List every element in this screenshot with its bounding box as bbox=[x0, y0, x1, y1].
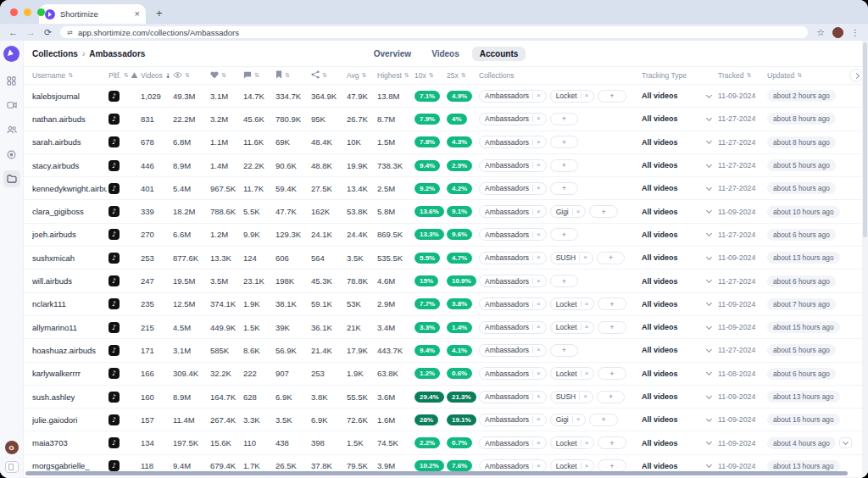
close-tab-icon[interactable]: × bbox=[135, 9, 140, 19]
sidebar-item-collections[interactable] bbox=[3, 170, 20, 187]
add-collection-button[interactable]: + bbox=[550, 159, 578, 172]
username-link[interactable]: julie.gaiodori bbox=[32, 415, 107, 425]
tracking-type-select[interactable]: All videos bbox=[642, 231, 716, 239]
username-link[interactable]: will.airbuds bbox=[32, 276, 107, 286]
tab-accounts[interactable]: Accounts bbox=[472, 47, 526, 61]
sidebar-item-dashboard[interactable] bbox=[3, 72, 20, 89]
sidebar-item-tracking[interactable] bbox=[3, 146, 20, 163]
collection-tag[interactable]: Ambassadors× bbox=[479, 252, 547, 264]
collection-tag[interactable]: Ambassadors× bbox=[479, 136, 547, 148]
forward-button[interactable]: → bbox=[26, 28, 36, 37]
tracking-type-select[interactable]: All videos bbox=[642, 300, 716, 308]
tracking-type-select[interactable]: All videos bbox=[642, 462, 716, 470]
column-header-saves[interactable]: ⇅ bbox=[275, 70, 309, 81]
table-row[interactable]: kennedykwright.airbuds♪4015.4M967.5K11.7… bbox=[24, 177, 868, 200]
collection-tag[interactable]: Ambassadors× bbox=[479, 205, 547, 218]
collection-tag[interactable]: SUSH× bbox=[550, 252, 593, 264]
table-row[interactable]: hoashuaz.airbuds♪1713.1M585K8.6K56.9K21.… bbox=[24, 339, 868, 362]
tracking-type-select[interactable]: All videos bbox=[642, 138, 716, 147]
username-link[interactable]: kennedykwright.airbuds bbox=[32, 184, 107, 193]
add-collection-button[interactable]: + bbox=[550, 275, 578, 287]
username-link[interactable]: kalebsjournal bbox=[32, 92, 107, 101]
column-header-updated[interactable]: Updated⇅ bbox=[767, 71, 842, 80]
username-link[interactable]: maia3703 bbox=[32, 438, 107, 447]
username-link[interactable]: karlywalkerrrr bbox=[32, 369, 107, 378]
column-header-x10[interactable]: 10x⇅ bbox=[415, 71, 445, 80]
sidebar-item-videos[interactable] bbox=[3, 97, 20, 114]
table-row[interactable]: sarah.airbuds♪6786.8M1.1M11.6K69K48.4K10… bbox=[24, 131, 868, 154]
username-link[interactable]: nathan.airbuds bbox=[32, 114, 107, 124]
remove-tag-icon[interactable]: × bbox=[537, 139, 541, 146]
breadcrumb-collections[interactable]: Collections bbox=[32, 49, 78, 58]
table-row[interactable]: allymarino11♪2154.5M449.9K1.5K39K36.1K21… bbox=[24, 316, 868, 339]
maximize-window-icon[interactable] bbox=[37, 8, 45, 16]
close-window-icon[interactable] bbox=[10, 8, 18, 16]
collection-tag[interactable]: Locket× bbox=[550, 297, 595, 310]
remove-tag-icon[interactable]: × bbox=[585, 463, 589, 470]
tracking-type-select[interactable]: All videos bbox=[642, 114, 716, 123]
table-row[interactable]: karlywalkerrrr♪166309.4K32.2K2229072531.… bbox=[24, 363, 868, 386]
add-collection-button[interactable]: + bbox=[598, 367, 626, 380]
collection-tag[interactable]: Locket× bbox=[550, 321, 595, 334]
table-row[interactable]: nclark111♪23512.5M374.1K1.9K38.1K59.1K53… bbox=[24, 293, 868, 316]
add-collection-button[interactable]: + bbox=[589, 414, 617, 426]
column-header-shares[interactable]: ⇅ bbox=[311, 70, 345, 81]
table-row[interactable]: sush.ashley♪1608.9M164.7K6286.9K3.8K55.5… bbox=[24, 386, 868, 409]
remove-tag-icon[interactable]: × bbox=[537, 185, 541, 192]
collection-tag[interactable]: Ambassadors× bbox=[479, 344, 547, 357]
tracking-type-select[interactable]: All videos bbox=[642, 277, 716, 286]
remove-tag-icon[interactable]: × bbox=[576, 416, 581, 423]
vertical-scrollbar[interactable] bbox=[862, 41, 868, 478]
table-row[interactable]: will.airbuds♪24719.5M3.5M23.1K198K45.3K7… bbox=[24, 270, 868, 292]
address-bar[interactable]: ⇄ app.shortimize.com/collections/Ambassa… bbox=[60, 26, 808, 38]
add-collection-button[interactable]: + bbox=[550, 344, 578, 357]
tracking-type-select[interactable]: All videos bbox=[642, 392, 716, 401]
reload-button[interactable]: ⟳ bbox=[44, 28, 52, 37]
tracking-type-select[interactable]: All videos bbox=[642, 208, 716, 216]
collection-tag[interactable]: Locket× bbox=[550, 90, 595, 103]
remove-tag-icon[interactable]: × bbox=[583, 254, 587, 261]
remove-tag-icon[interactable]: × bbox=[585, 92, 589, 99]
remove-tag-icon[interactable]: × bbox=[537, 324, 541, 331]
remove-tag-icon[interactable]: × bbox=[585, 440, 589, 447]
remove-tag-icon[interactable]: × bbox=[576, 208, 581, 215]
add-collection-button[interactable]: + bbox=[550, 113, 578, 125]
browser-tab[interactable]: Shortimize × bbox=[39, 4, 146, 24]
collection-tag[interactable]: Ambassadors× bbox=[479, 414, 547, 426]
tracking-type-select[interactable]: All videos bbox=[642, 92, 716, 100]
browser-menu-icon[interactable]: ⋮ bbox=[851, 28, 860, 37]
add-collection-button[interactable]: + bbox=[550, 136, 578, 148]
remove-tag-icon[interactable]: × bbox=[537, 92, 541, 99]
remove-tag-icon[interactable]: × bbox=[537, 208, 541, 215]
browser-profile-avatar[interactable] bbox=[832, 27, 843, 38]
remove-tag-icon[interactable]: × bbox=[537, 301, 541, 308]
remove-tag-icon[interactable]: × bbox=[537, 347, 541, 353]
collection-tag[interactable]: Ambassadors× bbox=[479, 182, 547, 195]
collapse-sidebar-icon[interactable] bbox=[5, 461, 19, 473]
tracking-type-select[interactable]: All videos bbox=[642, 184, 716, 192]
add-collection-button[interactable]: + bbox=[589, 205, 617, 218]
shortimize-logo-icon[interactable] bbox=[3, 46, 19, 62]
column-header-x25[interactable]: 25x⇅ bbox=[447, 71, 477, 80]
username-link[interactable]: clara_gigiboss bbox=[32, 207, 107, 216]
remove-tag-icon[interactable]: × bbox=[537, 370, 541, 377]
column-header-avg[interactable]: Avg⇅ bbox=[347, 71, 376, 80]
table-row[interactable]: kalebsjournal♪1,02949.3M3.1M14.7K334.7K3… bbox=[24, 85, 868, 108]
table-row[interactable]: sushxmicah♪253877.6K13.3K1246065643.5K53… bbox=[24, 247, 868, 270]
remove-tag-icon[interactable]: × bbox=[583, 393, 587, 400]
tracking-type-select[interactable]: All videos bbox=[642, 346, 716, 354]
collection-tag[interactable]: Ambassadors× bbox=[479, 275, 547, 287]
new-tab-button[interactable]: + bbox=[156, 7, 163, 19]
username-link[interactable]: nclark111 bbox=[32, 299, 107, 308]
remove-tag-icon[interactable]: × bbox=[537, 440, 541, 447]
column-header-tracked[interactable]: Tracked⇅ bbox=[718, 71, 765, 80]
column-header-comments[interactable]: ⇅ bbox=[243, 71, 274, 81]
bookmark-star-icon[interactable]: ☆ bbox=[816, 27, 825, 38]
collection-tag[interactable]: Locket× bbox=[550, 436, 595, 449]
column-header-likes[interactable]: ⇅ bbox=[210, 71, 242, 81]
remove-tag-icon[interactable]: × bbox=[537, 463, 541, 470]
tracking-type-select[interactable]: All videos bbox=[642, 370, 716, 378]
table-row[interactable]: clara_gigiboss♪33918.2M788.6K5.5K47.7K16… bbox=[24, 200, 868, 223]
table-row[interactable]: maia3703♪134197.5K15.6K1104383981.5K74.5… bbox=[24, 431, 868, 454]
collection-tag[interactable]: Ambassadors× bbox=[479, 436, 547, 449]
